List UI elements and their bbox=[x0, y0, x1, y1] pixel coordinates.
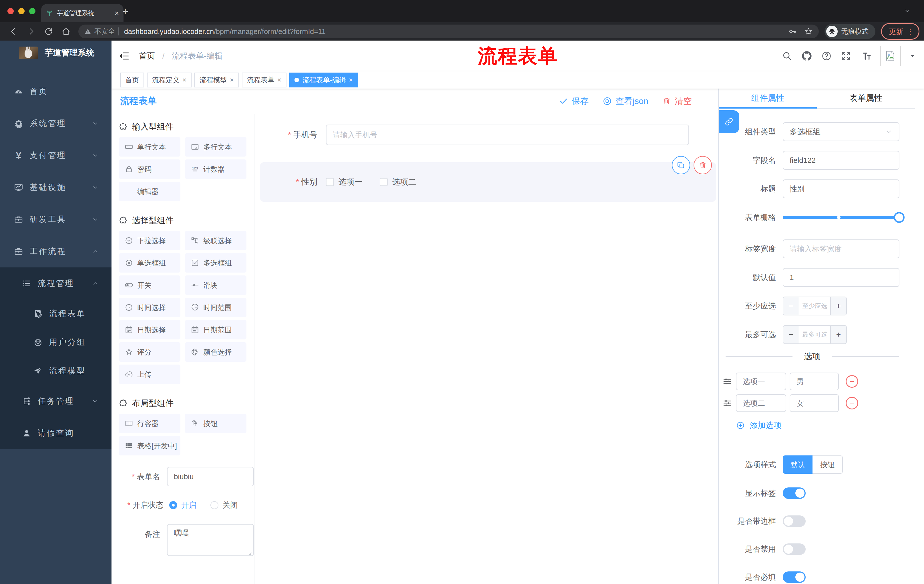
window-close-button[interactable] bbox=[7, 8, 14, 14]
component-cascader[interactable]: 级联选择 bbox=[185, 231, 246, 250]
tag-process-form-edit[interactable]: 流程表单-编辑 bbox=[289, 72, 358, 87]
sidebar-item-leave-query[interactable]: 请假查询 bbox=[0, 417, 112, 449]
browser-menu-icon[interactable]: ⋮ bbox=[907, 27, 914, 36]
tag-home[interactable]: 首页 bbox=[120, 72, 144, 87]
required-toggle[interactable] bbox=[783, 571, 806, 583]
min-select-value[interactable]: 至少应选 bbox=[799, 297, 830, 315]
password-key-icon[interactable] bbox=[788, 27, 797, 36]
url-text[interactable]: dashboard.yudao.iocoder.cn/bpm/manager/f… bbox=[124, 28, 783, 36]
font-size-icon[interactable] bbox=[860, 50, 871, 62]
back-icon[interactable] bbox=[8, 26, 18, 36]
component-switch[interactable]: 开关 bbox=[119, 275, 180, 295]
avatar[interactable] bbox=[880, 46, 901, 66]
component-type-select[interactable]: 多选框组 bbox=[783, 122, 899, 141]
sidebar-item-process-form[interactable]: 流程表单 bbox=[0, 299, 112, 328]
new-tab-button[interactable]: + bbox=[122, 6, 129, 16]
avatar-caret-icon[interactable] bbox=[909, 53, 916, 59]
component-multi-text[interactable]: 多行文本 bbox=[185, 137, 246, 156]
slider-track[interactable] bbox=[783, 216, 899, 219]
close-icon[interactable] bbox=[230, 76, 234, 84]
checkbox[interactable] bbox=[380, 178, 388, 186]
window-chevron-icon[interactable] bbox=[903, 7, 911, 15]
sidebar-item-process-model[interactable]: 流程模型 bbox=[0, 357, 112, 385]
show-label-toggle[interactable] bbox=[783, 487, 806, 499]
duplicate-field-button[interactable] bbox=[672, 156, 690, 174]
decrement-button[interactable]: − bbox=[783, 326, 799, 344]
component-button[interactable]: 按钮 bbox=[185, 414, 246, 433]
sidebar-item-workflow[interactable]: 工作流程 bbox=[0, 235, 112, 267]
increment-button[interactable]: + bbox=[830, 297, 846, 315]
slider-handle[interactable] bbox=[894, 212, 904, 223]
sidebar-item-devtools[interactable]: 研发工具 bbox=[0, 204, 112, 235]
browser-tab[interactable]: 芋道管理系统 × bbox=[41, 4, 124, 22]
view-json-button[interactable]: 查看json bbox=[602, 95, 648, 107]
increment-button[interactable]: + bbox=[830, 326, 846, 344]
component-counter[interactable]: 计数器 bbox=[185, 160, 246, 179]
sidebar-item-task-mgmt[interactable]: 任务管理 bbox=[0, 385, 112, 417]
save-button[interactable]: 保存 bbox=[559, 95, 589, 107]
component-color-picker[interactable]: 颜色选择 bbox=[185, 342, 246, 362]
remove-option-button[interactable]: − bbox=[846, 375, 858, 388]
canvas-field-phone[interactable]: 手机号 bbox=[260, 125, 716, 145]
link-button[interactable] bbox=[719, 110, 739, 133]
clear-button[interactable]: 清空 bbox=[662, 95, 692, 107]
sidebar-item-payment[interactable]: 支付管理 bbox=[0, 140, 112, 171]
tab-close-icon[interactable]: × bbox=[115, 9, 119, 18]
component-date-range[interactable]: 日期范围 bbox=[185, 320, 246, 339]
checkbox[interactable] bbox=[326, 178, 334, 186]
component-radio-group[interactable]: 单选框组 bbox=[119, 253, 180, 273]
drag-handle-icon[interactable] bbox=[722, 398, 733, 408]
tag-process-def[interactable]: 流程定义 bbox=[147, 72, 191, 87]
option-1-label-input[interactable] bbox=[736, 373, 786, 390]
tab-form-props[interactable]: 表单属性 bbox=[817, 89, 915, 108]
resize-grip-icon[interactable] bbox=[246, 550, 252, 555]
address-bar[interactable]: 不安全 dashboard.yudao.iocoder.cn/bpm/manag… bbox=[78, 25, 819, 38]
component-single-text[interactable]: 单行文本 bbox=[119, 137, 180, 156]
form-grid-slider[interactable] bbox=[783, 208, 899, 227]
tag-process-model[interactable]: 流程模型 bbox=[195, 72, 239, 87]
github-icon[interactable] bbox=[801, 50, 812, 62]
component-row-container[interactable]: 行容器 bbox=[119, 414, 180, 433]
option-2-label-input[interactable] bbox=[736, 394, 786, 412]
remove-option-button[interactable]: − bbox=[846, 397, 858, 410]
component-rate[interactable]: 评分 bbox=[119, 342, 180, 362]
window-minimize-button[interactable] bbox=[18, 8, 25, 14]
canvas-field-gender-selected[interactable]: 性别 选项一 选项二 bbox=[260, 162, 716, 202]
status-on-radio[interactable]: 开启 bbox=[169, 500, 197, 510]
search-icon[interactable] bbox=[782, 51, 792, 61]
max-select-value[interactable]: 最多可选 bbox=[799, 326, 830, 344]
form-remark-textarea[interactable]: 嘿嘿 bbox=[167, 524, 254, 556]
component-table[interactable]: 表格[开发中] bbox=[119, 436, 180, 456]
tab-component-props[interactable]: 组件属性 bbox=[719, 89, 817, 108]
component-time-range[interactable]: 时间范围 bbox=[185, 298, 246, 317]
option-2-value-input[interactable] bbox=[790, 394, 839, 412]
component-password[interactable]: 密码 bbox=[119, 160, 180, 179]
sidebar-item-home[interactable]: 首页 bbox=[0, 76, 112, 107]
component-date-picker[interactable]: 日期选择 bbox=[119, 320, 180, 339]
browser-update-button[interactable]: 更新 ⋮ bbox=[881, 23, 919, 40]
sidebar-item-infra[interactable]: 基础设施 bbox=[0, 171, 112, 204]
component-editor[interactable]: 编辑器 bbox=[119, 182, 180, 201]
decrement-button[interactable]: − bbox=[783, 297, 799, 315]
close-icon[interactable] bbox=[349, 76, 353, 84]
component-upload[interactable]: 上传 bbox=[119, 365, 180, 384]
disabled-toggle[interactable] bbox=[783, 543, 806, 555]
status-off-radio[interactable]: 关闭 bbox=[210, 500, 238, 510]
form-name-input[interactable] bbox=[167, 467, 254, 486]
component-slider[interactable]: 滑块 bbox=[185, 275, 246, 295]
sidebar-item-system[interactable]: 系统管理 bbox=[0, 107, 112, 140]
drag-handle-icon[interactable] bbox=[722, 376, 733, 387]
sidebar-collapse-icon[interactable] bbox=[119, 51, 130, 61]
reload-icon[interactable] bbox=[44, 27, 53, 36]
border-toggle[interactable] bbox=[783, 515, 806, 527]
gender-option-2[interactable]: 选项二 bbox=[380, 176, 416, 188]
close-icon[interactable] bbox=[182, 76, 186, 84]
option-1-value-input[interactable] bbox=[790, 373, 839, 390]
phone-input[interactable] bbox=[326, 125, 689, 145]
title-input[interactable] bbox=[783, 179, 899, 198]
component-time-picker[interactable]: 时间选择 bbox=[119, 298, 180, 317]
component-checkbox-group[interactable]: 多选框组 bbox=[185, 253, 246, 273]
delete-field-button[interactable] bbox=[693, 156, 712, 174]
add-option-button[interactable]: 添加选项 bbox=[736, 420, 899, 431]
label-width-input[interactable] bbox=[783, 239, 899, 258]
